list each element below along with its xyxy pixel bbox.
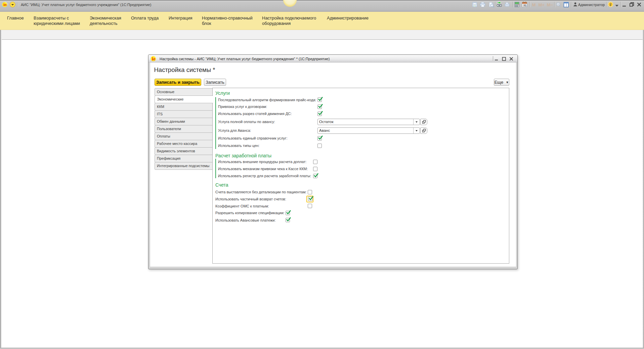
- svg-text:31: 31: [523, 4, 526, 7]
- svg-text:M+: M+: [539, 2, 545, 7]
- svg-text:M−: M−: [547, 2, 553, 7]
- svg-text:1с: 1с: [3, 3, 7, 6]
- svg-text:i: i: [610, 2, 611, 7]
- svg-text:M: M: [532, 2, 536, 7]
- svg-text:1с: 1с: [152, 57, 156, 61]
